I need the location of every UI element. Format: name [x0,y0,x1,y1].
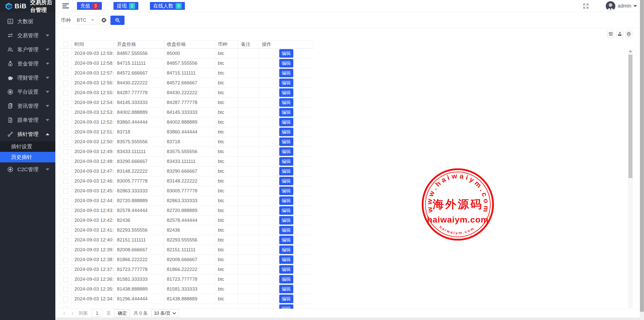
edit-button[interactable]: 编辑 [279,98,293,107]
sidebar-item-customer[interactable]: 客户管理 [0,43,55,57]
row-checkbox[interactable] [63,71,68,76]
row-checkbox[interactable] [63,159,68,164]
user-menu[interactable]: admin [606,1,637,11]
edit-button[interactable]: 编辑 [279,88,293,97]
edit-button[interactable]: 编辑 [279,108,293,117]
row-checkbox[interactable] [63,306,68,309]
edit-button[interactable]: 编辑 [279,49,293,58]
edit-button[interactable]: 编辑 [279,177,293,185]
row-checkbox[interactable] [63,139,68,145]
row-checkbox[interactable] [63,247,68,253]
row-checkbox[interactable] [63,90,68,95]
sidebar-item-trade[interactable]: 交易管理 [0,28,55,43]
row-checkbox[interactable] [63,208,68,213]
topbar-online-users-button[interactable]: 在线人数0 [150,2,185,10]
sidebar-subitem-pin-settings[interactable]: 插针设置 [0,141,55,152]
edit-button[interactable]: 编辑 [279,226,293,234]
sidebar-subitem-pin-history[interactable]: 历史插针 [0,152,55,162]
edit-button[interactable]: 编辑 [279,79,293,87]
prev-page-button[interactable]: ‹ [62,310,67,316]
sidebar-item-news[interactable]: 资讯管理 [0,99,55,113]
table-vertical-scrollbar[interactable] [628,49,633,308]
row-checkbox[interactable] [63,179,68,184]
edit-button[interactable]: 编辑 [279,245,293,254]
edit-button[interactable]: 编辑 [279,167,293,175]
row-checkbox[interactable] [63,149,68,154]
export-button[interactable] [616,31,623,38]
row-checkbox[interactable] [63,228,68,233]
row-checkbox[interactable] [63,198,68,203]
cell-currency: btc [215,284,238,294]
sidebar-item-follow[interactable]: 跟单管理 [0,113,55,127]
edit-button[interactable]: 编辑 [279,275,293,283]
columns-filter-button[interactable] [607,31,614,38]
row-checkbox[interactable] [63,297,68,302]
row-checkbox[interactable] [63,100,68,105]
fullscreen-icon[interactable] [583,3,589,9]
page-scrollbar-thumb[interactable] [640,0,644,312]
cell-note [238,245,259,255]
row-checkbox[interactable] [63,81,68,86]
row-checkbox[interactable] [63,277,68,282]
edit-button[interactable]: 编辑 [279,128,293,136]
edit-button[interactable]: 编辑 [279,236,293,244]
cell-open: 81296.444444 [114,294,164,304]
row-checkbox[interactable] [63,238,68,243]
row-checkbox[interactable] [63,287,68,292]
cell-note [238,117,259,127]
edit-button[interactable]: 编辑 [279,118,293,126]
menu-collapse-icon[interactable] [62,4,69,8]
sidebar-item-platform[interactable]: 平台设置 [0,85,55,99]
row-checkbox[interactable] [63,169,68,174]
cell-close: 83575.555556 [164,147,215,157]
edit-button[interactable]: 编辑 [279,147,293,156]
row-checkbox[interactable] [63,61,68,66]
edit-button[interactable]: 编辑 [279,137,293,146]
sidebar-item-wealth[interactable]: 理财管理 [0,71,55,85]
edit-button[interactable]: 编辑 [279,206,293,215]
table-row: 2024-09-03 12:53:0084002.88888984145.333… [60,108,314,117]
scrollbar-thumb[interactable] [628,55,632,178]
row-checkbox[interactable] [63,110,68,115]
edit-button[interactable]: 编辑 [279,196,293,205]
edit-button[interactable]: 编辑 [279,285,293,293]
row-checkbox[interactable] [63,267,68,272]
print-button[interactable] [625,31,632,38]
page-number-input[interactable] [91,310,103,317]
currency-select[interactable]: BTC [74,16,97,25]
row-checkbox[interactable] [63,257,68,262]
edit-button[interactable]: 编辑 [279,255,293,264]
edit-button[interactable]: 编辑 [279,295,293,303]
page-size-select[interactable]: 10 条/页 [151,309,179,317]
next-page-button[interactable]: › [70,310,75,316]
topbar-withdraw-button[interactable]: 提现1 [113,2,138,10]
search-button[interactable] [110,16,125,25]
sidebar-item-bigdata[interactable]: 大数据 [0,14,55,28]
cell-time: 2024-09-03 12:45:00 [71,186,114,196]
page-scrollbar[interactable] [640,0,644,320]
topbar-recharge-button[interactable]: 充值3 [77,2,102,10]
edit-button[interactable]: 编辑 [279,265,293,274]
row-checkbox[interactable] [63,51,68,56]
row-checkbox[interactable] [63,189,68,194]
edit-button[interactable]: 编辑 [279,59,293,67]
edit-button[interactable]: 编辑 [279,187,293,195]
sidebar-item-pin[interactable]: 插针管理 [0,127,55,141]
sidebar-item-funds[interactable]: 资金管理 [0,57,55,71]
edit-button[interactable]: 编辑 [279,157,293,166]
edit-button[interactable]: 编辑 [279,69,293,77]
edit-button[interactable]: 编辑 [279,304,293,309]
row-checkbox[interactable] [63,130,68,135]
row-checkbox[interactable] [63,120,68,125]
sidebar-item-c2c[interactable]: C2C管理 [0,162,55,176]
cell-open: 81723.777778 [114,265,164,274]
confirm-page-button[interactable]: 确定 [114,309,130,317]
table-rows-zone: 2024-09-03 12:59:0084857.55555685000btc编… [60,48,313,309]
cell-time: 2024-09-03 12:50:00 [71,137,114,147]
settings-gear-button[interactable] [99,16,108,25]
edit-button[interactable]: 编辑 [279,216,293,225]
select-all-checkbox[interactable] [63,42,68,47]
cell-open: 83860.444444 [114,117,164,127]
row-checkbox[interactable] [63,218,68,223]
scrollbar-up-arrow[interactable] [629,50,632,52]
